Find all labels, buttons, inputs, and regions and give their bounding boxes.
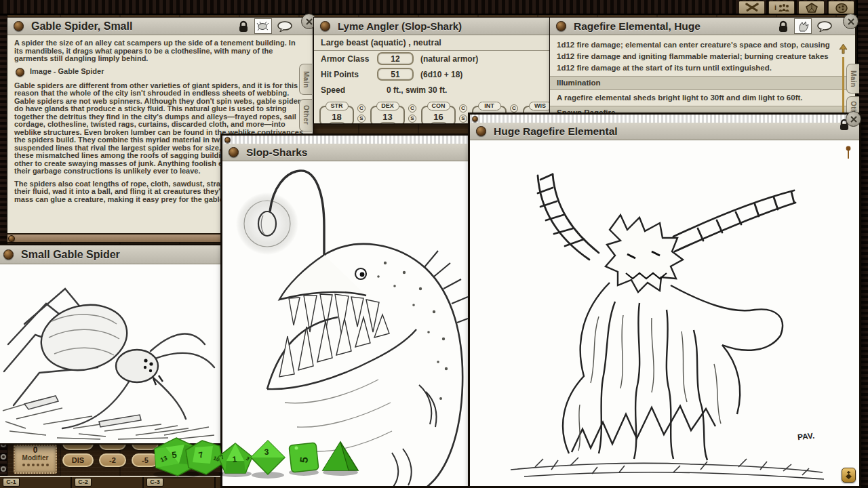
save-roll-button[interactable]: S xyxy=(408,115,416,123)
save-roll-button[interactable]: S xyxy=(459,115,467,123)
d6-die[interactable]: 5 xyxy=(288,442,320,479)
gold-resize-button[interactable] xyxy=(842,468,856,483)
window-elemental-image: Huge Ragefire Elemental xyxy=(468,113,861,488)
stud-icon xyxy=(556,21,566,31)
window-lyme-angler-statblock: Lyme Angler (Slop-Shark) Large beast (aq… xyxy=(313,17,551,124)
gable-image-link[interactable]: Image - Gable Spider xyxy=(16,68,306,77)
lyme-titlebar[interactable]: Lyme Angler (Slop-Shark) xyxy=(314,18,550,35)
modifier-box[interactable]: 0 Modifier xyxy=(14,445,57,474)
rage-titlebar[interactable]: Ragefire Elemental, Huge xyxy=(550,18,855,35)
spider-sketch[interactable] xyxy=(0,264,222,443)
stud-icon xyxy=(476,126,486,136)
shark-image-title: Slop-Sharks xyxy=(246,146,307,159)
hotkey-slot-c2[interactable]: C-2 xyxy=(75,478,92,487)
shark-window-dragstrip[interactable] xyxy=(222,136,468,144)
gable-image-link-label: Image - Gable Spider xyxy=(30,68,104,76)
leather-border-top xyxy=(0,0,868,15)
armor-class-note: (natural armor) xyxy=(420,54,478,64)
ability-str[interactable]: STR 18 +4 xyxy=(319,106,354,124)
shark-image-titlebar[interactable]: Slop-Sharks xyxy=(222,144,468,161)
ability-dex[interactable]: DEX 13 +1 xyxy=(370,106,405,124)
ability-con[interactable]: CON 16 +3 xyxy=(421,106,456,124)
info-people-icon[interactable]: i xyxy=(768,1,795,14)
modifier-dots xyxy=(15,464,56,466)
gable-intro: A spider the size of an alley cat scampe… xyxy=(14,39,306,63)
stud-icon xyxy=(224,137,231,143)
top-toolbar: i xyxy=(738,1,854,14)
con-roll-buttons: C S xyxy=(459,104,467,124)
check-roll-button[interactable]: C xyxy=(357,104,366,113)
stud-icon xyxy=(472,116,478,122)
die-icon[interactable] xyxy=(798,1,825,14)
lock-icon[interactable] xyxy=(778,20,789,33)
spider-image-titlebar[interactable]: Small Gable Spider xyxy=(0,245,222,264)
lock-icon[interactable] xyxy=(238,20,249,33)
section-illumination: Illumination xyxy=(550,76,855,90)
check-roll-button[interactable]: C xyxy=(459,104,467,113)
elemental-image-titlebar[interactable]: Huge Ragefire Elemental xyxy=(470,123,859,140)
tools-icon[interactable] xyxy=(738,1,765,14)
elemental-window-dragstrip[interactable] xyxy=(470,115,859,123)
rage-para2: A ragefire elemental sheds bright light … xyxy=(557,92,837,104)
d10-die[interactable]: 1 7 3 xyxy=(217,442,254,480)
chat-bubble-icon[interactable] xyxy=(817,21,832,32)
artist-signature: PAV. xyxy=(797,431,814,443)
tab-main[interactable]: Main xyxy=(846,64,859,94)
token-bag-icon[interactable] xyxy=(828,1,854,14)
speed-label: Speed xyxy=(321,85,377,95)
close-icon[interactable] xyxy=(843,14,859,29)
anglerfish-sketch[interactable] xyxy=(222,161,468,486)
chat-bubble-icon[interactable] xyxy=(277,21,292,32)
elemental-image-title: Huge Ragefire Elemental xyxy=(494,125,618,138)
stud-icon xyxy=(14,21,24,31)
close-icon[interactable] xyxy=(846,111,861,127)
check-roll-button[interactable]: C xyxy=(408,104,416,113)
gable-window-title: Gable Spider, Small xyxy=(31,20,132,33)
scroll-up-arrow-icon[interactable] xyxy=(838,43,848,54)
svg-text:i: i xyxy=(774,3,776,12)
speed-row: Speed 0 ft., swim 30 ft. xyxy=(314,82,550,98)
armor-class-value[interactable]: 12 xyxy=(377,52,414,65)
creature-type-line: Large beast (aquatic) , neutral xyxy=(314,35,550,51)
rage-window-title: Ragefire Elemental, Huge xyxy=(574,20,701,33)
hotkey-slot-c1[interactable]: C-1 xyxy=(3,478,20,487)
armor-class-label: Armor Class xyxy=(321,54,377,64)
check-roll-button[interactable]: C xyxy=(510,104,518,113)
tab-other[interactable]: Other xyxy=(299,99,312,131)
stud-icon xyxy=(229,147,239,157)
footer-stud-icon xyxy=(8,235,15,242)
str-roll-buttons: C S xyxy=(357,104,366,124)
lacing-ring xyxy=(1,466,6,472)
svg-text:3: 3 xyxy=(264,447,269,457)
speed-value: 0 ft., swim 30 ft. xyxy=(387,85,447,95)
lyme-window-title: Lyme Angler (Slop-Shark) xyxy=(338,20,462,32)
hit-points-note: (6d10 + 18) xyxy=(420,70,462,79)
stud-icon xyxy=(3,249,14,260)
pin-icon[interactable] xyxy=(844,146,852,159)
spider-image-title: Small Gable Spider xyxy=(21,249,120,261)
window-spider-image: Small Gable Spider xyxy=(0,244,224,445)
d4-die[interactable] xyxy=(320,439,361,479)
portrait-thumbnail[interactable] xyxy=(794,18,812,34)
dex-roll-buttons: C S xyxy=(408,104,416,124)
portrait-thumbnail[interactable] xyxy=(254,18,272,34)
modifier-label: Modifier xyxy=(15,455,56,462)
gable-titlebar[interactable]: Gable Spider, Small xyxy=(7,18,313,35)
armor-class-row: Armor Class 12 (natural armor) xyxy=(314,51,550,66)
disadvantage-button[interactable]: DIS xyxy=(62,453,94,467)
tab-main[interactable]: Main xyxy=(299,64,312,95)
fantasy-grounds-desktop: i Gable Spider, Small A spider the size xyxy=(0,0,868,488)
hit-points-label: Hit Points xyxy=(321,70,377,79)
hit-points-value[interactable]: 51 xyxy=(377,68,414,81)
link-stud-icon xyxy=(16,68,24,77)
lacing-ring xyxy=(1,454,6,460)
stud-icon xyxy=(320,21,330,31)
save-roll-button[interactable]: S xyxy=(357,115,366,123)
window-shark-image: Slop-Sharks xyxy=(220,134,470,488)
minus-2-button[interactable]: -2 xyxy=(99,453,126,467)
d8-die[interactable]: 3 xyxy=(250,439,286,481)
rage-para1: 1d12 fire damage; elemental can enter cr… xyxy=(557,39,837,74)
hit-points-row: Hit Points 51 (6d10 + 18) xyxy=(314,66,550,82)
